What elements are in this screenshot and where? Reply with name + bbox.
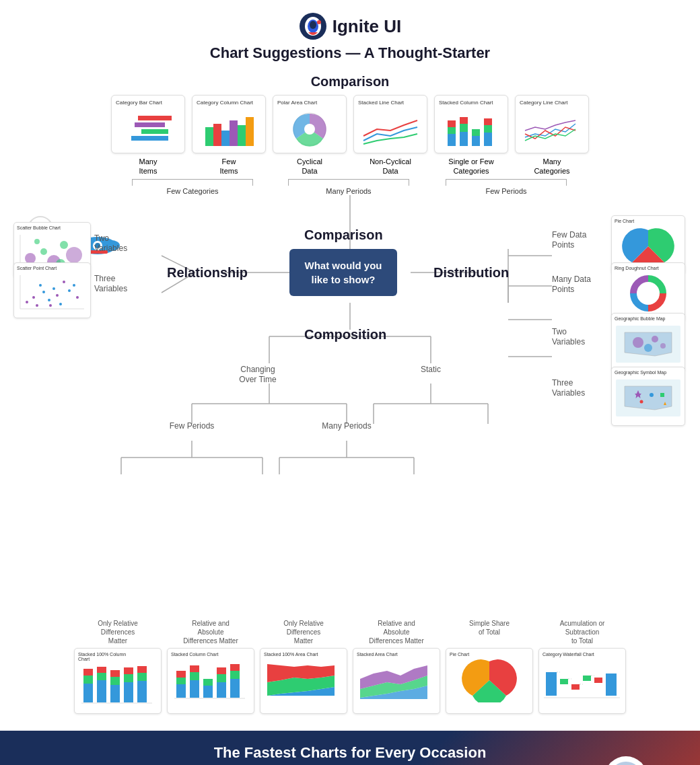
stacked100col-card: Stacked 100% ColumnChart [74, 648, 162, 714]
svg-point-4 [317, 20, 321, 24]
svg-rect-24 [472, 129, 480, 136]
svg-rect-126 [190, 672, 199, 680]
svg-rect-9 [205, 127, 213, 146]
geo-symbol-card: Geographic Symbol Map [611, 367, 685, 426]
svg-point-89 [39, 284, 42, 287]
static-pie-card: Pie Chart [446, 648, 533, 714]
svg-rect-11 [221, 131, 230, 146]
header: Ignite UI Chart Suggestions — A Thought-… [0, 0, 700, 74]
svg-rect-21 [460, 124, 468, 132]
svg-rect-110 [97, 673, 106, 680]
svg-point-88 [76, 296, 79, 299]
footer-section: The Fastest Charts for Every Occasion [0, 731, 700, 765]
few-periods-label: Few Periods [162, 421, 222, 432]
svg-rect-115 [124, 682, 133, 702]
svg-point-74 [34, 239, 40, 244]
chart-card-column: Category Column Chart [192, 95, 266, 153]
top-charts-row: Category Bar Chart Category Column Chart [111, 95, 589, 153]
svg-point-97 [652, 336, 658, 342]
svg-rect-108 [83, 669, 93, 676]
stackedcol-card: Stacked Column Chart [167, 648, 254, 714]
svg-rect-103 [660, 393, 664, 397]
svg-point-79 [32, 296, 35, 299]
svg-rect-14 [246, 117, 254, 146]
svg-point-72 [60, 241, 68, 249]
svg-rect-12 [230, 120, 238, 146]
main-title: Chart Suggestions — A Thought-Starter [0, 44, 700, 62]
svg-rect-139 [560, 679, 568, 684]
center-box: What would youlike to show? [289, 249, 397, 296]
changing-over-time-label: ChangingOver Time [228, 365, 288, 386]
svg-point-80 [36, 304, 38, 307]
svg-rect-6 [135, 122, 165, 127]
svg-rect-18 [448, 127, 456, 134]
svg-point-102 [650, 393, 654, 397]
scatter-point-card: Scatter Point Chart [13, 262, 91, 318]
svg-point-83 [53, 287, 55, 290]
main-diagram: Relationship Scatter Bubble Chart TwoVar… [0, 195, 700, 653]
svg-rect-130 [217, 682, 226, 698]
svg-rect-120 [137, 666, 147, 673]
svg-rect-111 [97, 667, 106, 673]
svg-rect-109 [97, 680, 106, 702]
svg-rect-119 [137, 673, 147, 681]
svg-rect-133 [230, 679, 240, 698]
few-data-points-label: Few DataPoints [552, 230, 586, 251]
svg-rect-132 [217, 667, 226, 674]
svg-point-104 [640, 400, 643, 403]
svg-rect-112 [110, 685, 120, 702]
svg-rect-138 [546, 672, 557, 696]
svg-point-82 [48, 299, 50, 301]
svg-point-91 [59, 303, 62, 305]
svg-rect-106 [83, 684, 93, 702]
svg-rect-113 [110, 677, 120, 685]
svg-rect-140 [571, 684, 580, 690]
svg-point-16 [304, 124, 315, 135]
svg-rect-19 [448, 120, 456, 127]
svg-point-99 [660, 343, 666, 349]
svg-point-86 [68, 289, 71, 292]
svg-rect-131 [217, 674, 226, 682]
comparison-top-label: Comparison [311, 74, 390, 89]
chart-labels-row: ManyItems FewItems CyclicalData Non-Cycl… [111, 157, 589, 176]
static-label: Static [411, 365, 451, 375]
logo-area: Ignite UI [0, 12, 700, 40]
svg-point-85 [63, 281, 65, 283]
svg-rect-25 [484, 133, 492, 146]
svg-point-78 [26, 301, 28, 303]
stackedarea-card: Stacked Area Chart [353, 648, 440, 714]
svg-rect-20 [460, 132, 468, 146]
svg-rect-17 [448, 134, 456, 146]
svg-rect-142 [594, 678, 602, 683]
logo-icon [299, 12, 327, 40]
many-periods-label: Many Periods [316, 421, 377, 432]
svg-point-96 [633, 337, 643, 348]
relationship-label: Relationship [167, 265, 248, 281]
svg-point-98 [644, 344, 652, 352]
svg-rect-10 [213, 124, 221, 146]
geo-bubble-card: Geographic Bubble Map [611, 313, 685, 372]
chart-card-stacked-line: Stacked Line Chart [353, 95, 427, 153]
svg-rect-116 [124, 674, 133, 682]
svg-rect-135 [230, 664, 240, 671]
dist-two-variables-label: TwoVariables [552, 327, 585, 348]
chart-card-bar: Category Bar Chart [111, 95, 185, 153]
svg-rect-117 [124, 667, 133, 674]
distribution-label: Distribution [433, 265, 509, 281]
svg-rect-13 [238, 125, 246, 146]
astronaut-decoration [572, 737, 680, 765]
svg-point-3 [310, 21, 316, 29]
svg-rect-118 [137, 681, 147, 702]
svg-rect-134 [230, 671, 240, 679]
top-section: Comparison Category Bar Chart Category C… [0, 74, 700, 195]
svg-point-81 [42, 291, 45, 293]
three-variables-label: ThreeVariables [94, 274, 127, 295]
svg-point-94 [640, 285, 656, 301]
svg-rect-27 [484, 118, 492, 125]
many-data-points-label: Many DataPoints [552, 275, 591, 295]
svg-rect-114 [110, 670, 120, 677]
svg-rect-26 [484, 125, 492, 133]
bracket-row: Few Categories Many Periods Few Periods [114, 179, 586, 195]
svg-rect-123 [176, 678, 186, 684]
svg-point-73 [66, 247, 82, 263]
